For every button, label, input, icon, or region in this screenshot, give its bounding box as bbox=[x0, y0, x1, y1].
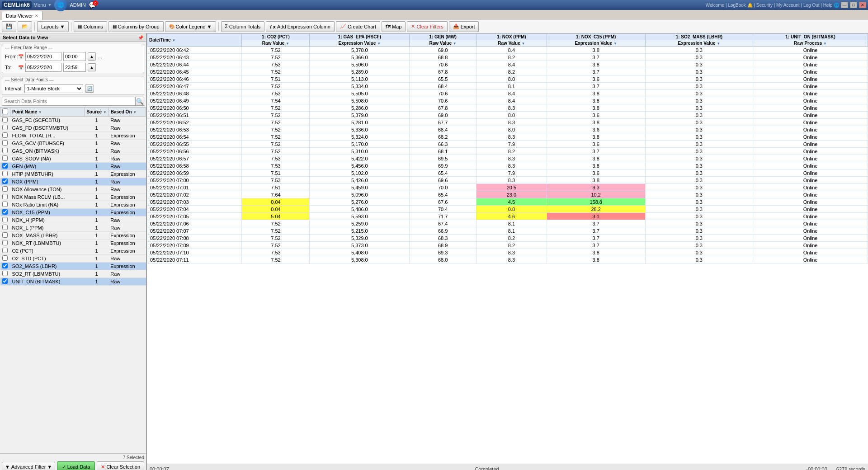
dp-table-container[interactable]: Point Name ▼ Source ▼ Based On ▼ bbox=[0, 107, 146, 453]
dp-checkbox-2[interactable] bbox=[2, 132, 8, 138]
nox-sub-header[interactable]: Raw Value ▼ bbox=[476, 40, 547, 47]
create-chart-button[interactable]: 📈 Create Chart bbox=[336, 21, 380, 32]
dp-checkbox-1[interactable] bbox=[2, 125, 8, 130]
menu-label[interactable]: Menu bbox=[33, 2, 46, 8]
list-item[interactable]: SO2_MASS (LBHR) 1 Expression bbox=[0, 263, 146, 270]
table-row[interactable]: 05/22/2020 06:44 7.53 5,506.0 70.6 8.4 3… bbox=[147, 61, 868, 68]
columns-by-group-button[interactable]: ▦ Columns by Group bbox=[108, 21, 164, 32]
gas-epa-sub-header[interactable]: Expression Value ▼ bbox=[310, 40, 410, 47]
co2-sub-header[interactable]: Raw Value ▼ bbox=[242, 40, 310, 47]
list-item[interactable]: GEN (MW) 1 Raw bbox=[0, 163, 146, 170]
pin-icon[interactable]: 📌 bbox=[138, 35, 143, 40]
table-row[interactable]: 05/22/2020 06:46 7.51 5,113.0 65.5 8.0 3… bbox=[147, 75, 868, 83]
search-button[interactable]: 🔍 bbox=[135, 97, 144, 106]
dp-col-source[interactable]: Source ▼ bbox=[85, 108, 109, 117]
list-item[interactable]: NOX_RT (LBMMBTU) 1 Expression bbox=[0, 240, 146, 247]
open-button[interactable]: 📂 bbox=[18, 21, 32, 32]
minimize-button[interactable]: — bbox=[841, 2, 848, 8]
list-item[interactable]: GAS_GCV (BTUHSCF) 1 Raw bbox=[0, 140, 146, 147]
table-row[interactable]: 05/22/2020 06:47 7.52 5,334.0 68.4 8.1 3… bbox=[147, 83, 868, 90]
datetime-filter-icon[interactable]: ▼ bbox=[172, 38, 175, 42]
clear-filters-button[interactable]: ✕ Clear Filters bbox=[407, 21, 447, 32]
list-item[interactable]: NOX Mass RCLM (LB... 1 Expression bbox=[0, 193, 146, 201]
dp-checkbox-3[interactable] bbox=[2, 140, 8, 146]
select-all-checkbox[interactable] bbox=[2, 108, 8, 114]
table-row[interactable]: 05/22/2020 06:52 7.52 5,281.0 67.7 8.3 3… bbox=[147, 119, 868, 126]
list-item[interactable]: O2 (PCT) 1 Expression bbox=[0, 247, 146, 255]
search-input[interactable] bbox=[2, 97, 135, 106]
from-picker-icon[interactable]: … bbox=[98, 54, 102, 59]
dp-source-filter-icon[interactable]: ▼ bbox=[103, 110, 107, 114]
list-item[interactable]: NOX (PPM) 1 Raw bbox=[0, 178, 146, 186]
gen-sub-header[interactable]: Raw Value ▼ bbox=[410, 40, 476, 47]
to-time-up[interactable]: ▲ bbox=[88, 63, 96, 71]
advanced-filter-button[interactable]: ▼ Advanced Filter ▼ bbox=[2, 462, 55, 470]
list-item[interactable]: GAS_ON (BITMASK) 1 Raw bbox=[0, 147, 146, 155]
table-row[interactable]: 05/22/2020 06:43 7.52 5,366.0 68.8 8.2 3… bbox=[147, 54, 868, 61]
add-expression-button[interactable]: fx Add Expression Column bbox=[266, 21, 335, 32]
nox-c15-sub-header[interactable]: Expression Value ▼ bbox=[547, 40, 645, 47]
gen-filter-icon[interactable]: ▼ bbox=[453, 42, 457, 46]
clear-selection-button[interactable]: ✕ Clear Selection bbox=[97, 461, 144, 470]
to-date-input[interactable] bbox=[25, 63, 61, 72]
dp-checkbox-0[interactable] bbox=[2, 117, 8, 122]
list-item[interactable]: NOX_MASS (LBHR) 1 Expression bbox=[0, 232, 146, 240]
dp-checkbox-19[interactable] bbox=[2, 263, 8, 268]
list-item[interactable]: NOX_C15 (PPM) 1 Expression bbox=[0, 209, 146, 216]
dp-checkbox-11[interactable] bbox=[2, 202, 8, 207]
table-row[interactable]: 05/22/2020 06:49 7.54 5,508.0 70.6 8.4 3… bbox=[147, 97, 868, 104]
close-button[interactable]: ✕ bbox=[859, 2, 866, 8]
list-item[interactable]: HTIP (MMBTUHR) 1 Expression bbox=[0, 170, 146, 178]
dp-checkbox-20[interactable] bbox=[2, 271, 8, 276]
list-item[interactable]: FLOW_TOTAL (H... 1 Expression bbox=[0, 132, 146, 140]
dp-checkbox-10[interactable] bbox=[2, 194, 8, 199]
dp-checkbox-9[interactable] bbox=[2, 186, 8, 192]
table-row[interactable]: 05/22/2020 07:00 7.53 5,426.0 69.6 8.3 3… bbox=[147, 177, 868, 184]
list-item[interactable]: GAS_FC (SCFCBTU) 1 Raw bbox=[0, 117, 146, 124]
from-date-input[interactable] bbox=[25, 52, 61, 61]
table-row[interactable]: 05/22/2020 06:42 7.52 5,378.0 69.0 8.4 3… bbox=[147, 47, 868, 54]
table-row[interactable]: 05/22/2020 06:51 7.52 5,379.0 69.0 8.0 3… bbox=[147, 112, 868, 119]
co2-filter-icon[interactable]: ▼ bbox=[286, 42, 289, 46]
table-row[interactable]: 05/22/2020 07:05 5.04 5,593.0 71.7 4.6 3… bbox=[147, 213, 868, 220]
list-item[interactable]: GAS_SODV (NA) 1 Raw bbox=[0, 155, 146, 163]
dp-checkbox-13[interactable] bbox=[2, 217, 8, 222]
table-row[interactable]: 05/22/2020 06:53 7.52 5,336.0 68.4 8.0 3… bbox=[147, 126, 868, 133]
table-row[interactable]: 05/22/2020 06:45 7.52 5,289.0 67.8 8.2 3… bbox=[147, 68, 868, 75]
dp-based-on-filter-icon[interactable]: ▼ bbox=[133, 110, 137, 114]
dp-checkbox-18[interactable] bbox=[2, 255, 8, 261]
color-legend-button[interactable]: 🎨 Color Legend ▼ bbox=[165, 21, 216, 32]
so2-sub-header[interactable]: Expression Value ▼ bbox=[645, 40, 753, 47]
dp-checkbox-4[interactable] bbox=[2, 148, 8, 153]
list-item[interactable]: NOx Ratio Limit (NA) 1 Expression bbox=[0, 201, 146, 209]
table-row[interactable]: 05/22/2020 07:09 7.52 5,373.0 68.9 8.2 3… bbox=[147, 242, 868, 249]
dp-checkbox-7[interactable] bbox=[2, 171, 8, 176]
layouts-button[interactable]: Layouts ▼ bbox=[37, 21, 69, 32]
tab-close-icon[interactable]: ✕ bbox=[35, 14, 38, 18]
table-row[interactable]: 05/22/2020 06:56 7.52 5,310.0 68.1 8.2 3… bbox=[147, 148, 868, 155]
table-row[interactable]: 05/22/2020 06:48 7.53 5,505.0 70.6 8.4 3… bbox=[147, 90, 868, 97]
nox-filter-icon[interactable]: ▼ bbox=[522, 42, 525, 46]
dp-checkbox-12[interactable] bbox=[2, 209, 8, 215]
table-row[interactable]: 05/22/2020 07:11 7.52 5,308.0 68.0 8.3 3… bbox=[147, 256, 868, 263]
table-row[interactable]: 05/22/2020 07:03 0.04 5,276.0 67.6 4.5 1… bbox=[147, 198, 868, 206]
table-row[interactable]: 05/22/2020 06:55 7.52 5,170.0 66.3 7.9 3… bbox=[147, 141, 868, 148]
columns-button[interactable]: ▦ Columns bbox=[74, 21, 107, 32]
dp-checkbox-16[interactable] bbox=[2, 240, 8, 245]
table-row[interactable]: 05/22/2020 07:07 7.52 5,215.0 66.9 8.1 3… bbox=[147, 227, 868, 235]
table-row[interactable]: 05/22/2020 06:50 7.52 5,286.0 67.8 8.3 3… bbox=[147, 104, 868, 112]
list-item[interactable]: UNIT_ON (BITMASK) 1 Raw bbox=[0, 278, 146, 286]
dp-name-filter-icon[interactable]: ▼ bbox=[38, 110, 42, 114]
list-item[interactable]: SO2_RT (LBMMBTU) 1 Raw bbox=[0, 270, 146, 278]
table-row[interactable]: 05/22/2020 07:10 7.53 5,408.0 69.3 8.3 3… bbox=[147, 249, 868, 256]
gas-epa-filter-icon[interactable]: ▼ bbox=[377, 42, 381, 46]
table-row[interactable]: 05/22/2020 06:59 7.51 5,102.0 65.4 7.9 3… bbox=[147, 169, 868, 177]
maximize-button[interactable]: □ bbox=[850, 2, 857, 8]
table-row[interactable]: 05/22/2020 06:54 7.52 5,324.0 68.2 8.3 3… bbox=[147, 133, 868, 141]
dp-checkbox-6[interactable] bbox=[2, 163, 8, 169]
interval-select[interactable]: 1-Minute Block bbox=[24, 84, 83, 93]
so2-filter-icon[interactable]: ▼ bbox=[717, 42, 720, 46]
table-row[interactable]: 05/22/2020 07:06 7.52 5,259.0 67.4 8.1 3… bbox=[147, 220, 868, 227]
table-row[interactable]: 05/22/2020 07:01 7.51 5,459.0 70.0 20.5 … bbox=[147, 184, 868, 191]
calendar-icon-from[interactable]: 📅 bbox=[18, 54, 24, 59]
